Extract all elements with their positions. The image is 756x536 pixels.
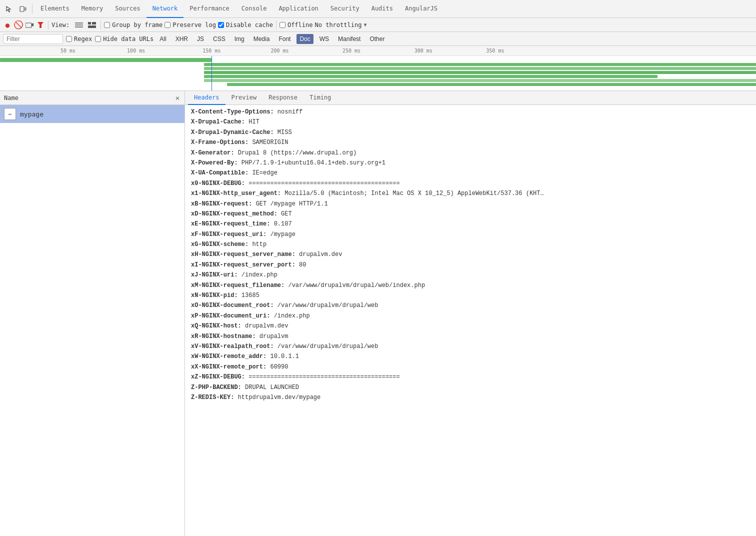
detail-tab-preview[interactable]: Preview (226, 91, 263, 105)
header-value: SAMEORIGIN (252, 138, 288, 148)
filter-input[interactable] (3, 34, 63, 44)
filter-type-xhr[interactable]: XHR (172, 34, 191, 44)
list-view-button[interactable] (74, 20, 84, 30)
filter-type-font[interactable]: Font (276, 34, 294, 44)
header-key: xR-NGINX-hostname: (191, 332, 256, 342)
record-button[interactable]: ● (3, 20, 12, 30)
tab-network[interactable]: Network (146, 0, 184, 18)
header-value: /var/www/drupalvm/drupal/web (278, 300, 378, 310)
tab-sources[interactable]: Sources (109, 0, 146, 18)
request-row-mypage[interactable]: ↔ mypage (0, 105, 184, 123)
filter-type-js[interactable]: JS (194, 34, 207, 44)
filter-type-all[interactable]: All (156, 34, 169, 44)
header-key: X-Generator: (191, 148, 234, 158)
ruler-tick-150ms: 150 ms (202, 48, 220, 54)
main-split: Name × ↔ mypage Headers Preview Response… (0, 91, 756, 536)
group-view-button[interactable] (86, 20, 98, 30)
regex-checkbox[interactable] (66, 36, 72, 42)
header-row: xH-NGINX-request_server_name: drupalvm.d… (191, 250, 750, 260)
stop-button[interactable]: 🚫 (14, 20, 23, 30)
detail-tab-response[interactable]: Response (262, 91, 304, 105)
ruler-tick-250ms: 250 ms (342, 48, 360, 54)
header-key: x1-NGINX-http_user_agent: (191, 188, 281, 198)
timeline-bar-7 (227, 83, 756, 86)
filter-type-other[interactable]: Other (366, 34, 388, 44)
header-value: drupalvm.dev (299, 250, 342, 260)
tab-performance[interactable]: Performance (184, 0, 235, 18)
camera-button[interactable] (25, 20, 34, 30)
devtools-tabs: Elements Memory Sources Network Performa… (0, 0, 756, 18)
no-throttling-label: No throttling (314, 22, 362, 28)
tab-security[interactable]: Security (324, 0, 366, 18)
hide-data-urls-toggle[interactable]: Hide data URLs (95, 36, 154, 42)
tab-application[interactable]: Application (272, 0, 324, 18)
header-value: 80 (299, 260, 306, 270)
header-row: xO-NGINX-document_root: /var/www/drupalv… (191, 300, 750, 310)
tab-memory[interactable]: Memory (76, 0, 109, 18)
timeline-bar-4 (204, 71, 756, 74)
tab-angularjs[interactable]: AngularJS (399, 0, 444, 18)
timeline-bar-1 (0, 58, 212, 62)
offline-toggle[interactable]: Offline (280, 22, 313, 28)
filter-button[interactable] (36, 20, 45, 30)
detail-tab-headers[interactable]: Headers (188, 91, 226, 105)
header-row: xE-NGINX-request_time: 0.107 (191, 219, 750, 229)
header-key: xB-NGINX-request: (191, 199, 252, 209)
preserve-log-checkbox[interactable] (164, 22, 170, 28)
header-row: xZ-NGINX-DEBUG: ========================… (191, 372, 750, 382)
header-value: HIT (248, 117, 260, 127)
header-value: httpdrupalvm.dev/mypage (238, 392, 321, 402)
filter-type-css[interactable]: CSS (210, 34, 228, 44)
regex-toggle[interactable]: Regex (66, 36, 92, 42)
tab-elements[interactable]: Elements (34, 0, 76, 18)
cursor-icon[interactable] (2, 0, 16, 18)
timeline-bar-2 (204, 63, 756, 66)
header-key: X-Frame-Options: (191, 138, 248, 148)
header-value: PHP/7.1.9-1+ubuntu16.04.1+deb.sury.org+1 (242, 158, 386, 168)
header-row: Z-PHP-BACKEND: DRUPAL LAUNCHED (191, 382, 750, 392)
header-key: xE-NGINX-request_time: (191, 219, 270, 229)
header-row: xR-NGINX-hostname: drupalvm (191, 332, 750, 342)
header-row: xP-NGINX-document_uri: /index.php (191, 311, 750, 321)
filter-type-media[interactable]: Media (250, 34, 273, 44)
header-row: Z-REDIS-KEY: httpdrupalvm.dev/mypage (191, 392, 750, 402)
header-key: xW-NGINX-remote_addr: (191, 352, 266, 362)
tab-console[interactable]: Console (236, 0, 273, 18)
close-detail-button[interactable]: × (172, 93, 182, 103)
filter-type-img[interactable]: Img (232, 34, 248, 44)
header-key: xI-NGINX-request_server_port: (191, 260, 296, 270)
ruler-tick-300ms: 300 ms (414, 48, 432, 54)
svg-rect-9 (92, 22, 96, 24)
hide-data-urls-checkbox[interactable] (95, 36, 101, 42)
header-row: xI-NGINX-request_server_port: 80 (191, 260, 750, 270)
header-key: X-Powered-By: (191, 158, 238, 168)
filter-type-manifest[interactable]: Manifest (335, 34, 364, 44)
device-icon[interactable] (16, 0, 30, 18)
header-row: xQ-NGINX-host: drupalvm.dev (191, 321, 750, 331)
tab-audits[interactable]: Audits (366, 0, 399, 18)
toolbar-separator-3 (276, 20, 276, 30)
header-row: xV-NGINX-realpath_root: /var/www/drupalv… (191, 342, 750, 352)
filter-type-doc[interactable]: Doc (296, 34, 313, 44)
timeline-content[interactable] (0, 56, 756, 91)
header-value: /index.php (274, 311, 310, 321)
throttle-dropdown-arrow[interactable]: ▼ (364, 22, 366, 28)
timeline-bar-5 (204, 75, 658, 78)
group-by-frame-toggle[interactable]: Group by frame (104, 22, 162, 28)
name-header: Name × (0, 91, 184, 105)
header-value: 10.0.1.1 (270, 352, 299, 362)
header-key: xF-NGINX-request_uri: (191, 230, 266, 240)
header-key: X-Drupal-Dynamic-Cache: (191, 128, 274, 138)
header-key: Z-PHP-BACKEND: (191, 382, 242, 392)
detail-tab-timing[interactable]: Timing (304, 91, 337, 105)
header-value: ========================================… (248, 178, 400, 188)
group-by-frame-checkbox[interactable] (104, 22, 110, 28)
preserve-log-toggle[interactable]: Preserve log (164, 22, 216, 28)
offline-checkbox[interactable] (280, 22, 286, 28)
header-value: /var/www/drupalvm/drupal/web (278, 342, 378, 352)
filter-type-ws[interactable]: WS (316, 34, 332, 44)
disable-cache-toggle[interactable]: Disable cache (218, 22, 273, 28)
header-row: X-Powered-By: PHP/7.1.9-1+ubuntu16.04.1+… (191, 158, 750, 168)
disable-cache-checkbox[interactable] (218, 22, 224, 28)
header-value: 13685 (242, 290, 260, 300)
